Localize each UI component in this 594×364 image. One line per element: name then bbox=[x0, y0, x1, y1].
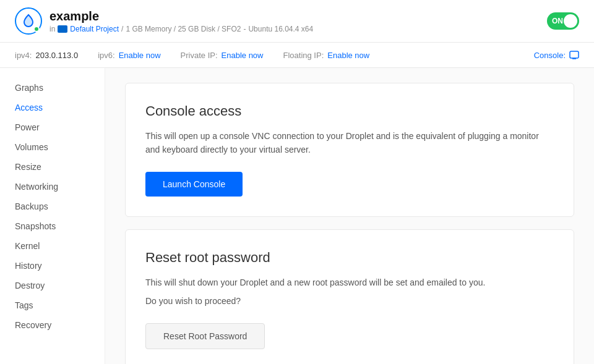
console-link[interactable]: Console: bbox=[534, 50, 579, 60]
private-ip-enable-link[interactable]: Enable now bbox=[222, 51, 264, 60]
sidebar-item-destroy[interactable]: Destroy bbox=[0, 276, 105, 295]
page-layout: Graphs Access Power Volumes Resize Netwo… bbox=[0, 68, 594, 364]
sidebar-item-recovery[interactable]: Recovery bbox=[0, 315, 105, 335]
sidebar-item-networking[interactable]: Networking bbox=[0, 177, 105, 197]
floating-ip-enable-link[interactable]: Enable now bbox=[327, 51, 369, 60]
ipv6-item: ipv6: Enable now bbox=[98, 51, 160, 60]
droplet-meta: in Default Project / 1 GB Memory / 25 GB… bbox=[50, 25, 313, 33]
toggle-label: ON bbox=[552, 17, 563, 25]
meta-separator1: / bbox=[121, 25, 123, 33]
launch-console-button[interactable]: Launch Console bbox=[145, 172, 243, 197]
ipv4-item: ipv4: 203.0.113.0 bbox=[15, 51, 78, 60]
project-link[interactable]: Default Project bbox=[70, 25, 119, 33]
power-toggle[interactable]: ON bbox=[547, 12, 579, 30]
console-access-card: Console access This will open up a conso… bbox=[125, 83, 574, 217]
private-ip-item: Private IP: Enable now bbox=[181, 51, 264, 60]
svg-rect-0 bbox=[570, 51, 579, 58]
console-card-description: This will open up a console VNC connecti… bbox=[145, 129, 554, 157]
floating-ip-label: Floating IP: bbox=[283, 51, 324, 60]
droplet-title: example bbox=[50, 9, 313, 23]
sidebar-item-backups[interactable]: Backups bbox=[0, 197, 105, 216]
ipv6-label: ipv6: bbox=[98, 51, 114, 60]
ipv4-label: ipv4: bbox=[15, 51, 32, 60]
reset-card-description1: This will shut down your Droplet and a n… bbox=[145, 276, 554, 289]
ipv4-value: 203.0.113.0 bbox=[35, 51, 78, 60]
sidebar-item-volumes[interactable]: Volumes bbox=[0, 137, 105, 157]
sidebar-item-graphs[interactable]: Graphs bbox=[0, 78, 105, 98]
main-content: Console access This will open up a conso… bbox=[105, 68, 594, 364]
console-card-title: Console access bbox=[145, 103, 554, 119]
sidebar-item-tags[interactable]: Tags bbox=[0, 295, 105, 315]
sidebar: Graphs Access Power Volumes Resize Netwo… bbox=[0, 68, 105, 364]
specs-text: 1 GB Memory / 25 GB Disk / SFO2 bbox=[126, 25, 241, 33]
flag-icon bbox=[58, 25, 67, 33]
sidebar-item-history[interactable]: History bbox=[0, 256, 105, 276]
sidebar-item-power[interactable]: Power bbox=[0, 117, 105, 137]
ip-bar: ipv4: 203.0.113.0 ipv6: Enable now Priva… bbox=[0, 43, 594, 68]
power-toggle-wrapper: ON bbox=[547, 12, 579, 30]
ipv6-enable-link[interactable]: Enable now bbox=[119, 51, 161, 60]
reset-card-title: Reset root password bbox=[145, 250, 554, 266]
console-link-label: Console: bbox=[534, 51, 566, 60]
floating-ip-item: Floating IP: Enable now bbox=[283, 51, 370, 60]
header: example in Default Project / 1 GB Memory… bbox=[0, 0, 594, 43]
meta-in: in bbox=[50, 25, 55, 33]
private-ip-label: Private IP: bbox=[181, 51, 218, 60]
sidebar-item-access[interactable]: Access bbox=[0, 98, 105, 117]
os-text: Ubuntu 16.04.4 x64 bbox=[248, 25, 313, 33]
sidebar-item-resize[interactable]: Resize bbox=[0, 157, 105, 177]
sidebar-item-kernel[interactable]: Kernel bbox=[0, 236, 105, 256]
header-left: example in Default Project / 1 GB Memory… bbox=[15, 7, 313, 35]
droplet-avatar bbox=[15, 7, 42, 35]
sidebar-item-snapshots[interactable]: Snapshots bbox=[0, 216, 105, 236]
meta-separator2: - bbox=[243, 25, 246, 33]
reset-card-description2: Do you wish to proceed? bbox=[145, 294, 554, 308]
reset-root-password-button[interactable]: Reset Root Password bbox=[145, 323, 265, 349]
status-indicator bbox=[33, 26, 40, 32]
droplet-info: example in Default Project / 1 GB Memory… bbox=[50, 9, 313, 33]
reset-password-card: Reset root password This will shut down … bbox=[125, 229, 574, 364]
console-icon bbox=[569, 50, 579, 60]
toggle-knob bbox=[564, 14, 577, 28]
